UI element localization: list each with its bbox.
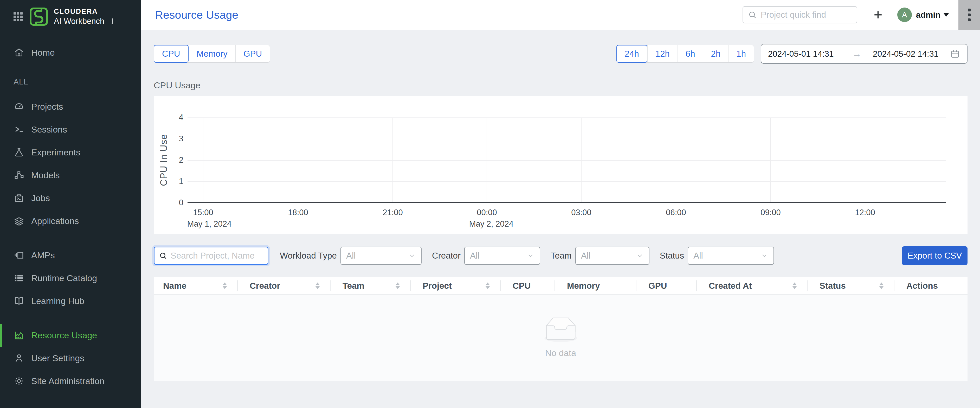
sort-icon <box>223 283 227 289</box>
brand-line1: CLOUDERA <box>54 8 98 15</box>
table-header: Name Creator Team Project CPU Memory <box>154 277 967 295</box>
main-content: CPU Memory GPU 24h 12h 6h 2h 1h 2024-05-… <box>141 30 980 408</box>
calendar-icon <box>950 49 960 59</box>
table-search <box>154 247 269 265</box>
sidebar-item-label: Home <box>31 48 55 58</box>
table-search-input[interactable] <box>170 251 264 260</box>
app-grid-icon[interactable] <box>14 12 22 21</box>
column-header-gpu: GPU <box>636 277 696 294</box>
brand-suffix: ȷ <box>111 16 113 26</box>
sort-icon <box>485 283 490 289</box>
sidebar-item-user-settings[interactable]: User Settings <box>0 347 141 370</box>
sidebar-item-home[interactable]: Home <box>0 41 141 64</box>
sidebar-item-label: Site Administration <box>31 376 105 386</box>
chevron-down-icon <box>760 252 768 260</box>
creator-select[interactable]: All <box>464 247 540 265</box>
project-quick-find-input[interactable] <box>761 10 852 20</box>
controls-row: CPU Memory GPU 24h 12h 6h 2h 1h 2024-05-… <box>154 45 967 63</box>
sidebar-item-runtime-catalog[interactable]: Runtime Catalog <box>0 267 141 289</box>
learning-hub-icon <box>14 295 24 306</box>
time-range-12h[interactable]: 12h <box>648 45 678 62</box>
runtime-catalog-icon <box>14 273 24 284</box>
sort-icon <box>396 283 400 289</box>
date-range-end[interactable]: 2024-05-02 14:31 <box>873 49 939 59</box>
team-select[interactable]: All <box>575 247 649 265</box>
sidebar-item-label: Applications <box>31 216 79 226</box>
sidebar-section-all: ALL <box>0 78 141 86</box>
tab-gpu[interactable]: GPU <box>235 45 270 62</box>
sidebar-item-amps[interactable]: AMPs <box>0 244 141 267</box>
column-header-created-at[interactable]: Created At <box>696 277 807 294</box>
export-csv-button[interactable]: Export to CSV <box>902 246 967 265</box>
team-value: All <box>581 251 591 260</box>
column-header-creator[interactable]: Creator <box>237 277 330 294</box>
date-range-picker[interactable]: 2024-05-01 14:31 → 2024-05-02 14:31 <box>761 44 967 64</box>
resource-tab-group: CPU Memory GPU <box>154 45 270 63</box>
page-title: Resource Usage <box>155 9 238 21</box>
sidebar-item-projects[interactable]: Projects <box>0 95 141 118</box>
time-range-24h[interactable]: 24h <box>616 45 648 63</box>
tab-cpu[interactable]: CPU <box>154 45 189 63</box>
creator-value: All <box>470 251 480 260</box>
y-tick: 2 <box>168 156 183 165</box>
add-button[interactable] <box>872 9 884 21</box>
sidebar-item-label: Resource Usage <box>31 330 97 340</box>
column-header-status[interactable]: Status <box>807 277 894 294</box>
kebab-menu[interactable] <box>958 0 980 30</box>
sidebar-item-resource-usage[interactable]: Resource Usage <box>0 324 141 347</box>
project-quick-find <box>743 6 857 24</box>
search-icon <box>159 251 167 260</box>
amps-icon <box>14 250 24 260</box>
sort-icon <box>792 283 797 289</box>
sidebar-item-applications[interactable]: Applications <box>0 210 141 232</box>
cpu-usage-chart: CPU In Use 4 3 2 1 0 15:00 18:00 21:00 0… <box>154 96 967 234</box>
sidebar-item-models[interactable]: Models <box>0 164 141 187</box>
sidebar-item-label: Models <box>31 170 60 180</box>
column-header-team[interactable]: Team <box>330 277 410 294</box>
column-header-memory: Memory <box>555 277 636 294</box>
x-date-label: May 1, 2024 <box>187 219 232 229</box>
column-header-project[interactable]: Project <box>410 277 500 294</box>
column-header-cpu: CPU <box>500 277 555 294</box>
workload-type-select[interactable]: All <box>340 247 422 265</box>
time-range-2h[interactable]: 2h <box>703 45 729 62</box>
x-tick: 18:00 <box>288 208 308 217</box>
table-body: No data <box>154 295 967 381</box>
sidebar-item-sessions[interactable]: Sessions <box>0 118 141 141</box>
sort-icon <box>879 283 883 289</box>
sort-icon <box>315 283 320 289</box>
cloudera-logo-icon[interactable] <box>29 7 48 26</box>
sidebar-item-learning-hub[interactable]: Learning Hub <box>0 289 141 312</box>
chart-title: CPU Usage <box>154 80 967 90</box>
y-tick: 0 <box>168 198 183 207</box>
column-header-name[interactable]: Name <box>154 277 237 294</box>
sidebar-item-label: Experiments <box>31 148 80 157</box>
models-icon <box>14 170 24 181</box>
sidebar-item-label: AMPs <box>31 250 55 260</box>
sidebar-nav: Home ALL Projects Sessions Experiments <box>0 41 141 392</box>
y-tick: 1 <box>168 177 183 186</box>
date-range-start[interactable]: 2024-05-01 14:31 <box>768 49 834 59</box>
tab-memory[interactable]: Memory <box>189 45 235 62</box>
jobs-icon <box>14 192 24 203</box>
y-tick: 4 <box>168 113 183 122</box>
time-range-6h[interactable]: 6h <box>678 45 703 62</box>
site-administration-icon <box>14 376 24 386</box>
sidebar-item-jobs[interactable]: Jobs <box>0 187 141 210</box>
status-select[interactable]: All <box>688 247 774 265</box>
status-value: All <box>694 251 703 260</box>
column-header-actions: Actions <box>894 277 967 294</box>
sidebar-item-experiments[interactable]: Experiments <box>0 141 141 164</box>
x-tick: 15:00 <box>193 208 213 217</box>
user-menu[interactable]: A admin <box>897 8 949 22</box>
x-tick: 03:00 <box>571 208 592 217</box>
sidebar-item-site-administration[interactable]: Site Administration <box>0 370 141 392</box>
sessions-icon <box>14 124 24 135</box>
x-tick: 00:00 <box>477 208 497 217</box>
chevron-down-icon <box>943 13 949 19</box>
sidebar-item-label: Projects <box>31 102 63 112</box>
workloads-table: Name Creator Team Project CPU Memory <box>154 277 967 381</box>
y-axis-label: CPU In Use <box>158 134 169 186</box>
user-name: admin <box>916 10 940 20</box>
time-range-1h[interactable]: 1h <box>728 45 754 62</box>
